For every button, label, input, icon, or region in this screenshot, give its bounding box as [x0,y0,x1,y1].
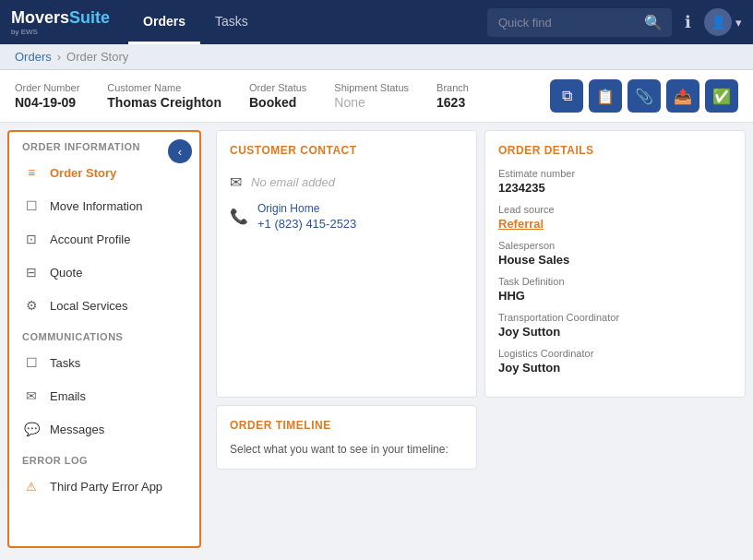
nav-tasks[interactable]: Tasks [200,0,263,44]
logo-movers-text: Movers [11,8,69,27]
order-number-field: Order Number N04-19-09 [15,82,79,110]
detail-value: HHG [498,289,732,303]
sidebar-label-order-story: Order Story [50,166,116,180]
order-status-field: Order Status Booked [249,82,306,110]
sidebar-item-move-information[interactable]: ☐ Move Information [9,189,199,222]
detail-value[interactable]: Referral [498,217,732,231]
order-number-value: N04-19-09 [15,95,79,110]
detail-value: Joy Sutton [498,325,732,339]
logo-by-text: by EWS [11,28,110,36]
customer-contact-title: CUSTOMER CONTACT [230,144,463,157]
top-navigation: MoversSuite by EWS Orders Tasks 🔍 ℹ 👤 ▾ [0,0,753,44]
detail-label: Logistics Coordinator [498,348,732,359]
sidebar-item-account-profile[interactable]: ⊡ Account Profile [9,222,199,256]
sidebar-section-error: ERROR LOG [9,446,199,470]
chevron-down-icon: ▾ [735,16,742,30]
account-profile-icon: ⊡ [22,230,41,248]
detail-label: Transportation Coordinator [498,312,732,323]
notes-button[interactable]: 📋 [589,79,622,113]
info-icon[interactable]: ℹ [681,8,695,36]
sidebar-item-local-services[interactable]: ⚙ Local Services [9,289,199,322]
order-timeline-title: ORDER TIMELINE [230,419,463,432]
customer-name-value: Thomas Creighton [107,95,221,110]
content-area: CUSTOMER CONTACT ✉ No email added 📞 Orig… [209,123,753,555]
breadcrumb-root[interactable]: Orders [15,50,52,64]
sidebar-item-error-app[interactable]: ⚠ Third Party Error App [9,470,199,503]
breadcrumb-separator: › [57,50,61,64]
search-input[interactable] [498,16,637,30]
messages-icon: 💬 [22,420,41,438]
sidebar-item-quote[interactable]: ⊟ Quote [9,256,199,289]
contact-email-row: ✉ No email added [230,168,463,197]
order-status-label: Order Status [249,82,306,93]
main-layout: ‹ ORDER INFORMATION ≡ Order Story ☐ Move… [0,123,753,555]
sidebar-item-emails[interactable]: ✉ Emails [9,379,199,412]
detail-label: Estimate number [498,168,732,179]
detail-value: 1234235 [498,181,732,195]
detail-row: Transportation CoordinatorJoy Sutton [498,312,732,339]
error-app-icon: ⚠ [22,477,41,495]
contact-email-value: No email added [251,175,335,189]
detail-row: Lead sourceReferral [498,204,732,231]
phone-icon: 📞 [230,208,248,225]
branch-label: Branch [436,82,469,93]
copy-button[interactable]: ⧉ [550,79,583,113]
sidebar-label-tasks: Tasks [50,356,80,370]
contact-phone-row: 📞 Origin Home +1 (823) 415-2523 [230,197,463,236]
move-information-icon: ☐ [22,197,41,215]
user-menu[interactable]: 👤 ▾ [704,8,742,36]
order-header: Order Number N04-19-09 Customer Name Tho… [0,70,753,123]
sidebar-item-order-story[interactable]: ≡ Order Story [9,156,199,189]
breadcrumb-current: Order Story [66,50,128,64]
emails-icon: ✉ [22,387,41,405]
share-button[interactable]: 📤 [666,79,699,113]
sidebar-label-account-profile: Account Profile [50,232,130,246]
order-details-fields: Estimate number1234235Lead sourceReferra… [498,168,732,375]
branch-field: Branch 1623 [436,82,469,110]
detail-row: Logistics CoordinatorJoy Sutton [498,348,732,375]
contact-phone-details: Origin Home +1 (823) 415-2523 [257,202,356,231]
local-services-icon: ⚙ [22,296,41,315]
attach-button[interactable]: 📎 [628,79,661,113]
sidebar-label-error-app: Third Party Error App [50,480,162,494]
order-number-label: Order Number [15,82,79,93]
sidebar-label-move-information: Move Information [50,199,142,213]
order-timeline-panel: ORDER TIMELINE Select what you want to s… [216,405,477,470]
shipment-status-value: None [334,95,409,110]
detail-value: Joy Sutton [498,361,732,375]
nav-orders[interactable]: Orders [128,0,200,44]
logo-suite-text: Suite [69,8,110,27]
logo: MoversSuite by EWS [11,9,110,36]
search-box: 🔍 [487,8,672,37]
branch-value: 1623 [436,95,469,110]
detail-value: House Sales [498,253,732,267]
order-details-panel: ORDER DETAILS Estimate number1234235Lead… [484,130,746,398]
breadcrumb: Orders › Order Story [0,44,753,70]
collapse-button[interactable]: ‹ [168,139,192,163]
sidebar-label-local-services: Local Services [50,299,128,313]
shipment-status-field: Shipment Status None [334,82,409,110]
tasks-icon: ☐ [22,353,41,372]
contact-phone-number[interactable]: +1 (823) 415-2523 [257,217,356,231]
sidebar-item-messages[interactable]: 💬 Messages [9,412,199,446]
checklist-button[interactable]: ✅ [705,79,738,113]
sidebar-item-tasks[interactable]: ☐ Tasks [9,346,199,379]
avatar: 👤 [704,8,732,36]
order-story-icon: ≡ [22,163,41,182]
contact-phone-label: Origin Home [257,202,356,215]
search-icon[interactable]: 🔍 [644,14,663,31]
detail-label: Task Definition [498,276,732,287]
customer-name-label: Customer Name [107,82,221,93]
quote-icon: ⊟ [22,263,41,281]
shipment-status-label: Shipment Status [334,82,409,93]
toolbar: ⧉ 📋 📎 📤 ✅ [550,79,738,113]
order-status-value: Booked [249,95,306,110]
sidebar-label-quote: Quote [50,266,82,280]
order-timeline-subtitle: Select what you want to see in your time… [230,443,463,456]
sidebar-label-messages: Messages [50,423,104,436]
sidebar: ‹ ORDER INFORMATION ≡ Order Story ☐ Move… [7,130,201,548]
detail-label: Lead source [498,204,732,215]
sidebar-label-emails: Emails [50,389,86,403]
customer-name-field: Customer Name Thomas Creighton [107,82,221,110]
order-details-title: ORDER DETAILS [498,144,732,157]
